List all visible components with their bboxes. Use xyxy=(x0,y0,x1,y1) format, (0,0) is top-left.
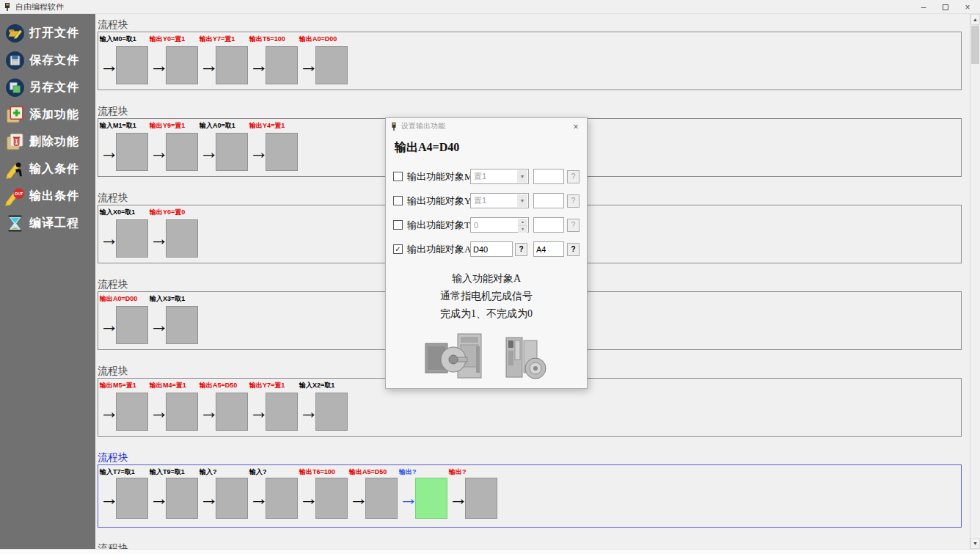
flow-block[interactable] xyxy=(166,393,198,431)
sidebar-item[interactable]: 输入条件 xyxy=(0,156,95,183)
aux-value-input[interactable] xyxy=(533,193,564,208)
flow-step-label: 输入X0=取1 xyxy=(100,208,150,217)
spinner-arrows-icon[interactable]: ▴▾ xyxy=(518,219,527,231)
flow-step: 输出Y7=置1→ xyxy=(200,34,249,90)
sidebar-item[interactable]: 打开文件 xyxy=(0,20,95,47)
dialog-close-button[interactable]: × xyxy=(569,121,582,132)
arrow-icon: → xyxy=(100,393,116,431)
sidebar-item[interactable]: OUT输出条件 xyxy=(0,183,95,210)
flow-block[interactable] xyxy=(365,478,398,519)
flow-block[interactable] xyxy=(266,46,298,84)
sidebar-item-label: 另存文件 xyxy=(29,80,79,95)
flow-block[interactable] xyxy=(116,306,148,344)
dialog-title: 设置输出功能 xyxy=(401,121,569,131)
primary-value-input[interactable] xyxy=(470,241,513,257)
flow-block[interactable] xyxy=(465,478,497,519)
flow-block[interactable] xyxy=(166,478,198,519)
flow-step-label: 输出Y7=置1 xyxy=(200,34,249,44)
flow-step-label: 输出A5=D50 xyxy=(349,467,399,477)
flow-block[interactable] xyxy=(166,306,198,344)
flow-step: 输出T6=100→ xyxy=(299,467,349,527)
flow-block[interactable] xyxy=(166,46,198,84)
spinner[interactable]: 0▴▾ xyxy=(470,217,529,233)
flow-section-box: 输入M0=取1→输出Y0=置1→输出Y7=置1→输出T5=100→输出A0=D0… xyxy=(98,32,962,90)
sidebar-item[interactable]: 另存文件 xyxy=(0,74,95,101)
minimize-button[interactable]: – xyxy=(913,0,935,14)
flow-section[interactable]: 流程块输入M0=取1→输出Y0=置1→输出Y7=置1→输出T5=100→输出A0… xyxy=(98,18,970,90)
vertical-scrollbar[interactable]: ▲ ▼ xyxy=(970,14,980,549)
sidebar-item[interactable]: 添加功能 xyxy=(0,101,95,128)
checkbox[interactable] xyxy=(393,220,403,230)
help-button[interactable]: ? xyxy=(567,170,579,183)
open-file-icon xyxy=(5,23,25,43)
dialog-heading: 输出A4=D40 xyxy=(386,134,587,157)
sidebar-item[interactable]: 保存文件 xyxy=(0,47,95,74)
flow-step: 输出M5=置1→ xyxy=(100,381,150,436)
dialog-row: ✓输出功能对象A?? xyxy=(393,237,579,261)
dropdown[interactable]: 置1▾ xyxy=(470,193,529,208)
flow-block[interactable] xyxy=(216,46,248,84)
flow-block[interactable] xyxy=(315,393,348,431)
scroll-thumb[interactable] xyxy=(971,26,979,64)
sidebar-item[interactable]: 编译工程 xyxy=(0,210,95,237)
flow-step: 输出M4=置1→ xyxy=(150,381,200,436)
arrow-icon: → xyxy=(200,46,216,84)
flow-step-label: 输出M5=置1 xyxy=(100,381,150,390)
checkbox[interactable] xyxy=(393,172,403,181)
flow-step: 输出Y0=置0→ xyxy=(150,208,200,263)
aux-value-input[interactable] xyxy=(533,241,564,257)
checkbox[interactable] xyxy=(393,196,403,205)
arrow-icon: → xyxy=(100,306,116,344)
checkbox[interactable]: ✓ xyxy=(393,244,403,254)
flow-block[interactable] xyxy=(216,393,248,431)
aux-value-input[interactable] xyxy=(533,169,564,184)
flow-block[interactable] xyxy=(166,133,198,171)
row-dropdown: 置1▾ xyxy=(470,169,529,184)
flow-block[interactable] xyxy=(116,393,148,431)
scroll-up-icon[interactable]: ▲ xyxy=(970,14,980,25)
flow-step-label: 输出? xyxy=(449,467,499,477)
flow-section[interactable]: 流程块 xyxy=(98,542,970,549)
output-target-label: 输出功能对象T xyxy=(407,219,470,232)
flow-block[interactable] xyxy=(315,478,348,519)
flow-block[interactable] xyxy=(116,133,148,171)
maximize-button[interactable] xyxy=(935,0,957,14)
sidebar-item-label: 添加功能 xyxy=(29,107,79,123)
flow-block[interactable] xyxy=(116,219,148,258)
app-title: 自由编程软件 xyxy=(15,1,64,12)
svg-text:OUT: OUT xyxy=(15,192,23,196)
dropdown-arrow-icon: ▾ xyxy=(517,170,527,183)
flow-block[interactable] xyxy=(266,393,298,431)
flow-block[interactable] xyxy=(116,46,148,84)
flow-step-label: 输入A0=取1 xyxy=(200,121,249,131)
flow-step-label: 输出Y0=置0 xyxy=(150,208,200,217)
flow-block[interactable] xyxy=(216,478,248,519)
flow-block[interactable] xyxy=(266,478,298,519)
arrow-icon: → xyxy=(349,479,365,517)
flow-section[interactable]: 流程块输入T7=取1→输入T9=取1→输入?→输入?→输出T6=100→输出A5… xyxy=(98,451,970,528)
sidebar-item-label: 删除功能 xyxy=(29,134,79,150)
dropdown[interactable]: 置1▾ xyxy=(470,169,529,184)
flow-step-label: 输出Y4=置1 xyxy=(249,121,299,131)
flow-block[interactable] xyxy=(315,46,348,84)
dialog-notes: 输入功能对象A通常指电机完成信号完成为1、不完成为0 xyxy=(386,270,587,323)
flow-block[interactable] xyxy=(116,478,148,519)
flow-block[interactable] xyxy=(166,219,198,258)
flow-block[interactable] xyxy=(415,478,447,519)
help-button[interactable]: ? xyxy=(567,219,579,232)
close-button[interactable]: × xyxy=(957,0,979,14)
flow-step: 输出A0=D00→ xyxy=(299,34,349,90)
help-button[interactable]: ? xyxy=(567,243,579,256)
sidebar-item-label: 保存文件 xyxy=(29,53,79,68)
aux-value-input[interactable] xyxy=(533,217,564,233)
sidebar-item[interactable]: 删除功能 xyxy=(0,128,95,156)
sidebar-item-label: 打开文件 xyxy=(29,26,79,41)
help-button[interactable]: ? xyxy=(515,243,527,256)
flow-step: 输出A5=D50→ xyxy=(200,381,249,436)
help-button[interactable]: ? xyxy=(567,194,579,208)
flow-step-label: 输出M4=置1 xyxy=(150,381,200,390)
scroll-down-icon[interactable]: ▼ xyxy=(970,538,980,549)
flow-block[interactable] xyxy=(216,133,248,171)
flow-block[interactable] xyxy=(266,133,298,171)
output-target-label: 输出功能对象A xyxy=(407,243,470,256)
